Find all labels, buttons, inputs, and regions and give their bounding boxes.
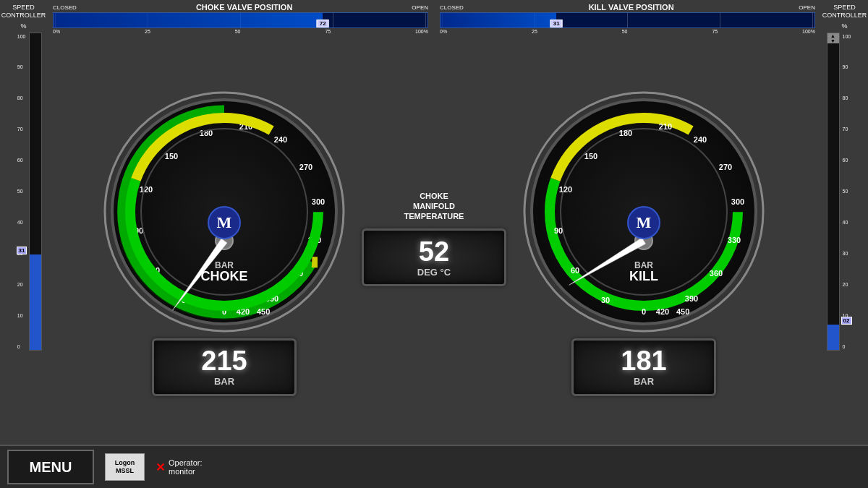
kill-open-label: OPEN [799,4,815,11]
kill-display-value: 181 [621,347,666,374]
choke-closed-label: CLOSED [53,4,77,11]
scale-90: 90 [17,64,26,69]
left-controller-percent: % [20,22,26,30]
operator-info: ✕ Operator: monitor [156,458,202,476]
right-scale-70: 70 [843,127,851,132]
svg-text:120: 120 [559,185,572,194]
kill-gauge-svg: 0 30 60 90 120 150 180 210 240 270 300 3… [521,89,767,335]
right-controller-label: SPEEDCONTROLLER [822,4,867,20]
kill-tick-100: 100% [802,29,815,34]
scale-100: 100 [17,34,26,39]
left-speed-controller: SPEEDCONTROLLER % 100 90 80 70 60 50 40 … [0,0,47,445]
right-speed-controller: SPEEDCONTROLLER % 100 90 80 70 60 50 40 … [821,0,868,445]
temperature-label: CHOKEMANIFOLDTEMPERATURE [404,191,464,222]
logon-button[interactable]: LogonMSSL [105,453,145,481]
scale-70: 70 [17,127,26,132]
svg-text:450: 450 [676,307,689,316]
svg-text:0: 0 [642,307,646,316]
choke-tick-0: 0% [53,29,60,34]
svg-text:210: 210 [659,122,672,131]
choke-display-unit: BAR [214,376,234,387]
svg-text:360: 360 [710,269,723,278]
svg-text:120: 120 [140,185,153,194]
svg-text:420: 420 [656,307,669,316]
svg-text:300: 300 [731,197,744,206]
temperature-display-value: 52 [419,238,449,265]
operator-name: monitor [169,467,202,476]
svg-text:90: 90 [554,226,563,235]
left-controller-label: SPEEDCONTROLLER [1,4,46,20]
choke-valve-section: CLOSED CHOKE VALVE POSITION OPEN [47,0,434,40]
svg-text:240: 240 [694,135,707,144]
svg-text:150: 150 [584,152,597,160]
right-scale-50: 50 [843,189,851,194]
svg-text:M: M [637,213,652,231]
scale-50: 50 [17,189,26,194]
kill-gauge-wrapper: 0 30 60 90 120 150 180 210 240 270 300 3… [521,89,767,396]
right-controller-percent: % [841,22,847,30]
svg-text:300: 300 [312,197,325,206]
svg-text:390: 390 [685,294,698,303]
choke-open-label: OPEN [412,4,428,11]
right-scale-40: 40 [843,220,851,225]
right-scale-80: 80 [843,95,851,100]
left-scale-indicator: 31 [17,247,27,254]
svg-text:KILL: KILL [629,269,658,283]
valve-bars-row: CLOSED CHOKE VALVE POSITION OPEN [47,0,821,40]
scale-60: 60 [17,158,26,163]
choke-display-box: 215 BAR [152,338,297,396]
scale-40: 40 [17,220,26,225]
svg-text:60: 60 [571,266,579,275]
gauges-row: 0 30 60 90 120 150 180 210 240 270 300 3… [47,40,821,445]
right-scale-0: 0 [843,344,851,349]
right-scale-90: 90 [843,64,851,69]
main-area: SPEEDCONTROLLER % 100 90 80 70 60 50 40 … [0,0,868,445]
kill-tick-0: 0% [440,29,447,34]
scale-10: 10 [17,313,26,318]
menu-button[interactable]: MENU [7,450,94,484]
temperature-display-box: 52 DEG °C [362,228,506,286]
kill-display-unit: BAR [634,376,654,387]
center-temperature-panel: CHOKEMANIFOLDTEMPERATURE 52 DEG °C [362,191,506,294]
kill-tick-50: 50 [622,29,628,34]
svg-text:270: 270 [719,163,732,171]
middle-content: CLOSED CHOKE VALVE POSITION OPEN [47,0,821,445]
right-scale-30: 30 [843,251,851,256]
svg-text:270: 270 [299,163,312,171]
kill-position-indicator: 31 [550,20,563,27]
svg-text:30: 30 [601,296,610,304]
kill-valve-title: KILL VALVE POSITION [589,3,674,12]
scale-20: 20 [17,282,26,287]
right-scale-60: 60 [843,158,851,163]
scale-0: 0 [17,344,26,349]
svg-text:450: 450 [257,307,270,316]
temperature-display-unit: DEG °C [417,267,451,278]
kill-display-box: 181 BAR [571,338,716,396]
choke-tick-100: 100% [415,29,428,34]
svg-text:330: 330 [728,236,741,244]
right-scale-indicator: 02 [841,317,852,325]
choke-valve-title: CHOKE VALVE POSITION [196,3,292,12]
svg-text:150: 150 [165,152,178,160]
choke-tick-75: 75 [325,29,331,34]
choke-gauge-svg: 0 30 60 90 120 150 180 210 240 270 300 3… [101,89,347,335]
choke-position-indicator: 72 [317,20,329,27]
svg-text:CHOKE: CHOKE [200,269,247,283]
choke-display-value: 215 [201,347,247,374]
right-scale-20: 20 [843,282,851,287]
svg-text:M: M [217,213,232,231]
choke-tick-25: 25 [145,29,150,34]
footer: MENU LogonMSSL ✕ Operator: monitor [0,445,868,488]
svg-text:180: 180 [619,129,632,137]
kill-tick-25: 25 [532,29,537,34]
kill-valve-section: CLOSED KILL VALVE POSITION OPEN 31 [434,0,821,40]
scale-80: 80 [17,95,26,100]
operator-label: Operator: [169,458,202,467]
choke-gauge-wrapper: 0 30 60 90 120 150 180 210 240 270 300 3… [101,89,347,396]
right-scale-100: 100 [843,34,851,39]
choke-tick-50: 50 [235,29,241,34]
logon-label: LogonMSSL [115,459,135,475]
status-icon: ✕ [156,461,165,474]
svg-text:240: 240 [274,135,287,144]
kill-closed-label: CLOSED [440,4,464,11]
